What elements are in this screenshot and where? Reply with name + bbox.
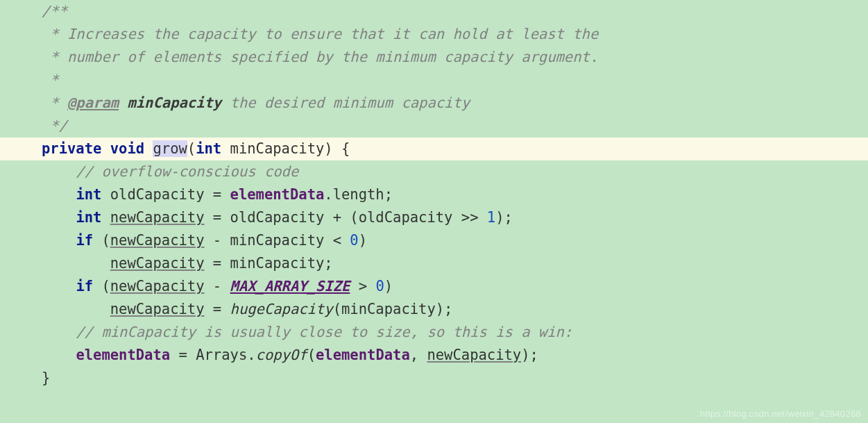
javadoc-text: * Increases the capacity to ensure that … <box>42 26 598 42</box>
line-comment: // overflow-conscious code <box>76 163 298 180</box>
var: minCapacity <box>230 232 325 249</box>
number: 0 <box>350 232 358 249</box>
method-name: grow <box>153 140 187 157</box>
code-line: // overflow-conscious code <box>0 160 868 183</box>
code-line: */ <box>0 115 868 138</box>
var: oldCapacity <box>110 186 205 203</box>
var: oldCapacity <box>230 209 325 226</box>
number: 0 <box>375 278 384 295</box>
code-editor[interactable]: /** * Increases the capacity to ensure t… <box>0 0 868 390</box>
code-line-current: private void grow(int minCapacity) { <box>0 138 868 160</box>
keyword-private: private <box>42 140 101 157</box>
code-line: // minCapacity is usually close to size,… <box>0 321 868 344</box>
arg: minCapacity <box>341 301 436 317</box>
arg: newCapacity <box>427 347 521 363</box>
static-method: hugeCapacity <box>230 301 333 317</box>
javadoc-text: * number of elements specified by the mi… <box>42 49 598 65</box>
constant: MAX_ARRAY_SIZE <box>230 278 350 295</box>
code-line: if (newCapacity - MAX_ARRAY_SIZE > 0) <box>0 275 868 298</box>
code-line: * Increases the capacity to ensure that … <box>0 23 868 46</box>
code-line: if (newCapacity - minCapacity < 0) <box>0 229 868 252</box>
param-tag: @param <box>67 94 119 111</box>
code-line: } <box>0 367 868 390</box>
number: 1 <box>487 209 495 226</box>
var: newCapacity <box>110 255 205 272</box>
code-line: elementData = Arrays.copyOf(elementData,… <box>0 344 868 367</box>
code-line: newCapacity = hugeCapacity(minCapacity); <box>0 298 868 321</box>
param-name: minCapacity <box>127 94 221 111</box>
keyword-int: int <box>76 186 101 203</box>
javadoc-start: /** <box>42 3 67 19</box>
field: elementData <box>230 186 325 203</box>
keyword-int: int <box>76 209 101 226</box>
watermark: https://blog.csdn.net/weixin_42840266 <box>700 408 861 419</box>
code-line: /** <box>0 0 868 23</box>
keyword-int: int <box>196 140 221 157</box>
var: newCapacity <box>110 278 205 295</box>
keyword-if: if <box>76 232 93 249</box>
var: newCapacity <box>110 301 205 317</box>
javadoc-text: * <box>42 72 59 88</box>
var: newCapacity <box>110 209 205 226</box>
code-line: * number of elements specified by the mi… <box>0 46 868 69</box>
var: oldCapacity <box>359 209 453 226</box>
keyword-if: if <box>76 278 93 295</box>
line-comment: // minCapacity is usually close to size,… <box>76 324 572 340</box>
var: minCapacity <box>230 255 325 272</box>
code-line: int oldCapacity = elementData.length; <box>0 183 868 206</box>
static-method: copyOf <box>256 347 307 363</box>
code-line: int newCapacity = oldCapacity + (oldCapa… <box>0 206 868 229</box>
javadoc-param: * @param minCapacity the desired minimum… <box>42 94 470 111</box>
code-line: * @param minCapacity the desired minimum… <box>0 92 868 115</box>
field: elementData <box>76 347 170 363</box>
keyword-void: void <box>110 140 144 157</box>
javadoc-end: */ <box>42 117 67 134</box>
field: elementData <box>316 347 410 363</box>
code-line: newCapacity = minCapacity; <box>0 252 868 275</box>
param: minCapacity <box>230 140 325 157</box>
code-line: * <box>0 69 868 92</box>
class: Arrays <box>196 347 247 363</box>
var: newCapacity <box>110 232 205 249</box>
property: length <box>333 186 384 203</box>
